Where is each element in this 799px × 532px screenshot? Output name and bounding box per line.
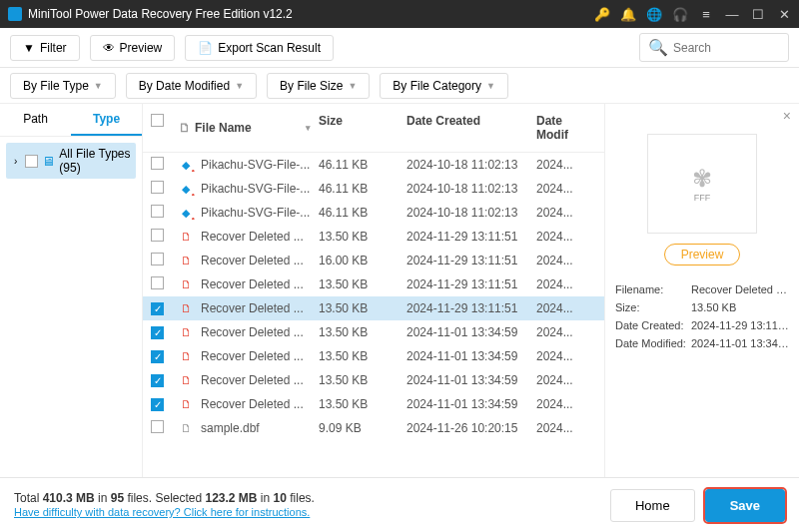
file-created: 2024-11-29 13:11:51	[406, 254, 536, 267]
table-row[interactable]: ✓🗋Recover Deleted ...13.50 KB2024-11-01 …	[143, 392, 604, 416]
minimize-icon[interactable]: ―	[725, 7, 739, 21]
filter-file-type[interactable]: By File Type ▼	[10, 73, 116, 99]
select-all-checkbox[interactable]	[151, 114, 164, 127]
column-name[interactable]: 🗋File Name▾	[179, 114, 319, 142]
column-size[interactable]: Size	[319, 114, 406, 142]
table-row[interactable]: ✓🗋Recover Deleted ...13.50 KB2024-11-01 …	[143, 368, 604, 392]
key-icon[interactable]: 🔑	[595, 7, 609, 21]
file-size: 16.00 KB	[319, 254, 406, 267]
filter-file-category[interactable]: By File Category ▼	[380, 73, 508, 99]
globe-icon[interactable]: 🌐	[647, 7, 661, 21]
column-date-modified[interactable]: Date Modif	[536, 114, 596, 142]
file-size: 46.11 KB	[319, 182, 406, 196]
footer: Total 410.3 MB in 95 files. Selected 123…	[0, 477, 799, 532]
help-link[interactable]: Have difficulty with data recovery? Clic…	[14, 506, 310, 518]
row-checkbox[interactable]	[151, 253, 164, 266]
table-row[interactable]: 🗋sample.dbf9.09 KB2024-11-26 10:20:15202…	[143, 416, 604, 440]
file-created: 2024-11-01 13:34:59	[406, 325, 536, 339]
monitor-icon: 🖥	[42, 154, 55, 169]
headset-icon[interactable]: 🎧	[673, 7, 687, 21]
table-row[interactable]: ◆Pikachu-SVG-File-...46.11 KB2024-10-18 …	[143, 177, 604, 201]
status-text: Total 410.3 MB in 95 files. Selected 123…	[14, 491, 315, 505]
row-checkbox[interactable]	[151, 420, 164, 433]
column-date-created[interactable]: Date Created	[406, 114, 536, 142]
close-preview-icon[interactable]: ×	[783, 108, 791, 124]
preview-button[interactable]: 👁Preview	[90, 35, 176, 61]
menu-icon[interactable]: ≡	[699, 7, 713, 21]
search-icon: 🔍	[648, 38, 668, 57]
table-row[interactable]: ✓🗋Recover Deleted ...13.50 KB2024-11-01 …	[143, 344, 604, 368]
table-row[interactable]: ✓🗋Recover Deleted ...13.50 KB2024-11-29 …	[143, 296, 604, 320]
row-checkbox[interactable]: ✓	[151, 350, 164, 363]
titlebar: MiniTool Power Data Recovery Free Editio…	[0, 0, 799, 28]
home-button[interactable]: Home	[610, 489, 695, 522]
meta-label-modified: Date Modified:	[615, 337, 687, 349]
row-checkbox[interactable]	[151, 276, 164, 289]
file-size: 13.50 KB	[319, 277, 406, 291]
file-created: 2024-10-18 11:02:13	[406, 206, 536, 220]
file-created: 2024-11-29 13:11:51	[406, 301, 536, 315]
file-type-icon: ◆	[179, 182, 193, 196]
chevron-down-icon: ▼	[348, 81, 357, 91]
table-row[interactable]: 🗋Recover Deleted ...13.50 KB2024-11-29 1…	[143, 272, 604, 296]
row-checkbox[interactable]	[151, 181, 164, 194]
file-icon: 🗋	[179, 121, 191, 135]
table-row[interactable]: ◆Pikachu-SVG-File-...46.11 KB2024-10-18 …	[143, 153, 604, 177]
file-type-icon: ◆	[179, 158, 193, 172]
chevron-down-icon: ▼	[486, 81, 495, 91]
table-row[interactable]: ✓🗋Recover Deleted ...13.50 KB2024-11-01 …	[143, 320, 604, 344]
export-button[interactable]: 📄Export Scan Result	[185, 35, 334, 61]
bell-icon[interactable]: 🔔	[621, 7, 635, 21]
file-modified: 2024...	[536, 277, 596, 291]
export-icon: 📄	[198, 41, 213, 55]
preview-pane: × ✾ FFF Preview Filename: Recover Delete…	[604, 104, 799, 477]
file-type-icon: 🗋	[179, 397, 193, 411]
file-type-icon: ◆	[179, 206, 193, 220]
chevron-right-icon[interactable]: ›	[10, 156, 21, 167]
file-name: Recover Deleted ...	[201, 254, 304, 267]
meta-value-modified: 2024-11-01 13:34:17	[691, 337, 789, 349]
file-name: Pikachu-SVG-File-...	[201, 158, 310, 172]
save-button[interactable]: Save	[705, 489, 785, 522]
app-logo-icon	[8, 7, 22, 21]
row-checkbox[interactable]: ✓	[151, 374, 164, 387]
tab-type[interactable]: Type	[71, 104, 142, 136]
row-checkbox[interactable]	[151, 205, 164, 218]
tree-checkbox[interactable]	[25, 155, 38, 168]
filter-date-modified[interactable]: By Date Modified ▼	[126, 73, 257, 99]
file-name: Recover Deleted ...	[201, 325, 304, 339]
preview-thumbnail: ✾ FFF	[647, 134, 757, 234]
search-input[interactable]	[673, 41, 780, 55]
filter-bar: By File Type ▼ By Date Modified ▼ By Fil…	[0, 68, 799, 104]
file-type-icon: 🗋	[179, 254, 193, 267]
close-icon[interactable]: ✕	[777, 7, 791, 21]
table-row[interactable]: 🗋Recover Deleted ...16.00 KB2024-11-29 1…	[143, 249, 604, 272]
file-name: Recover Deleted ...	[201, 397, 304, 411]
table-row[interactable]: ◆Pikachu-SVG-File-...46.11 KB2024-10-18 …	[143, 201, 604, 225]
row-checkbox[interactable]: ✓	[151, 398, 164, 411]
file-modified: 2024...	[536, 325, 596, 339]
file-size: 13.50 KB	[319, 349, 406, 363]
file-name: Recover Deleted ...	[201, 301, 304, 315]
file-type-icon: 🗋	[179, 421, 193, 435]
tree-all-file-types[interactable]: › 🖥 All File Types (95)	[6, 143, 136, 179]
file-created: 2024-10-18 11:02:13	[406, 182, 536, 196]
filter-button[interactable]: ▼Filter	[10, 35, 80, 61]
row-checkbox[interactable]: ✓	[151, 302, 164, 315]
sort-icon: ▾	[306, 123, 311, 133]
search-box[interactable]: 🔍	[639, 33, 789, 62]
tab-path[interactable]: Path	[0, 104, 71, 136]
file-type-icon: 🗋	[179, 325, 193, 339]
row-checkbox[interactable]: ✓	[151, 326, 164, 339]
file-name: Pikachu-SVG-File-...	[201, 182, 310, 196]
table-row[interactable]: 🗋Recover Deleted ...13.50 KB2024-11-29 1…	[143, 225, 604, 249]
preview-file-button[interactable]: Preview	[664, 244, 741, 266]
filter-file-size[interactable]: By File Size ▼	[267, 73, 370, 99]
row-checkbox[interactable]	[151, 157, 164, 170]
file-name: Recover Deleted ...	[201, 277, 304, 291]
maximize-icon[interactable]: ☐	[751, 7, 765, 21]
meta-value-filename: Recover Deleted Kin	[691, 283, 789, 295]
app-title: MiniTool Power Data Recovery Free Editio…	[28, 7, 595, 21]
file-size: 13.50 KB	[319, 230, 406, 244]
row-checkbox[interactable]	[151, 229, 164, 242]
